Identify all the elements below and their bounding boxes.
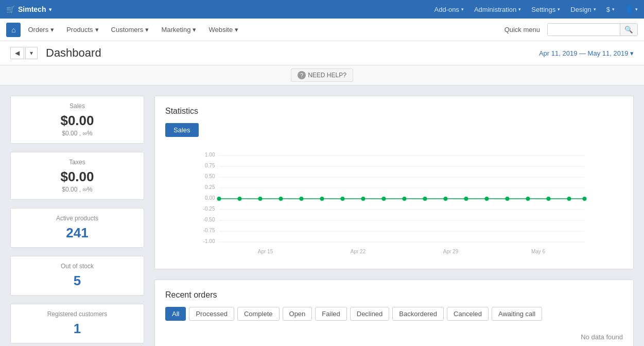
statistics-title: Statistics — [165, 107, 623, 116]
sales-value: $0.00 — [19, 113, 135, 129]
design-arrow: ▾ — [594, 7, 596, 12]
registered-customers-value: 1 — [19, 321, 135, 337]
search-button[interactable]: 🔍 — [620, 24, 637, 36]
top-nav: Add-ons ▾ Administration ▾ Settings ▾ De… — [434, 6, 638, 13]
customers-arrow: ▾ — [145, 26, 149, 33]
filter-processed[interactable]: Processed — [189, 307, 234, 321]
svg-point-31 — [444, 197, 448, 201]
svg-point-28 — [382, 197, 386, 201]
need-help-button[interactable]: ? NEED HELP? — [291, 68, 353, 82]
svg-text:-0.75: -0.75 — [203, 228, 215, 233]
svg-point-32 — [464, 197, 468, 201]
svg-text:Apr 15: Apr 15 — [258, 249, 273, 254]
question-icon: ? — [298, 71, 306, 79]
svg-point-38 — [583, 197, 587, 201]
active-products-card: Active products 241 — [10, 208, 144, 248]
home-button[interactable]: ⌂ — [6, 23, 21, 37]
out-of-stock-value: 5 — [19, 273, 135, 289]
svg-point-26 — [341, 197, 345, 201]
quick-menu-link[interactable]: Quick menu — [499, 23, 545, 37]
currency-arrow: ▾ — [612, 7, 615, 12]
svg-point-29 — [403, 197, 407, 201]
sales-card: Sales $0.00 $0.00 , ∞% — [10, 96, 144, 144]
svg-point-23 — [279, 197, 283, 201]
back-button[interactable]: ◀ — [10, 47, 24, 59]
date-range[interactable]: Apr 11, 2019 — May 11, 2019 ▾ — [539, 49, 634, 57]
filter-complete[interactable]: Complete — [237, 307, 280, 321]
svg-point-34 — [506, 197, 510, 201]
orders-arrow: ▾ — [50, 26, 54, 33]
svg-point-33 — [485, 197, 489, 201]
filter-awaiting-call[interactable]: Awaiting call — [492, 307, 542, 321]
website-menu[interactable]: Website ▾ — [203, 23, 243, 37]
addons-arrow: ▾ — [461, 7, 464, 12]
svg-text:Apr 22: Apr 22 — [351, 249, 366, 254]
dropdown-button[interactable]: ▾ — [25, 47, 38, 59]
date-arrow: ▾ — [630, 49, 634, 57]
main-content: Sales $0.00 $0.00 , ∞% Taxes $0.00 $0.00… — [0, 85, 644, 346]
user-menu[interactable]: 👤 ▾ — [625, 6, 638, 13]
registered-customers-label: Registered customers — [19, 310, 135, 318]
user-arrow: ▾ — [635, 7, 638, 12]
taxes-sub: $0.00 , ∞% — [19, 186, 135, 193]
products-arrow: ▾ — [95, 26, 99, 33]
design-menu[interactable]: Design ▾ — [570, 6, 596, 13]
orders-menu[interactable]: Orders ▾ — [23, 23, 59, 37]
search-input[interactable] — [548, 24, 620, 36]
settings-arrow: ▾ — [558, 7, 560, 12]
svg-text:1.00: 1.00 — [205, 152, 215, 158]
filter-canceled[interactable]: Canceled — [447, 307, 489, 321]
svg-point-36 — [547, 197, 551, 201]
svg-text:0.25: 0.25 — [205, 184, 215, 190]
brand[interactable]: 🛒 Simtech ▾ — [6, 5, 51, 13]
marketing-menu[interactable]: Marketing ▾ — [156, 23, 201, 37]
currency-menu[interactable]: $ ▾ — [606, 6, 615, 13]
marketing-arrow: ▾ — [193, 26, 196, 33]
sales-label: Sales — [19, 102, 135, 110]
filter-failed[interactable]: Failed — [315, 307, 346, 321]
page-header-left: ◀ ▾ Dashboard — [10, 46, 101, 60]
admin-arrow: ▾ — [518, 7, 521, 12]
cart-icon: 🛒 — [6, 5, 15, 13]
recent-orders-title: Recent orders — [165, 290, 623, 300]
filter-all[interactable]: All — [165, 307, 186, 321]
administration-menu[interactable]: Administration ▾ — [474, 6, 521, 13]
settings-menu[interactable]: Settings ▾ — [531, 6, 560, 13]
addons-menu[interactable]: Add-ons ▾ — [434, 6, 464, 13]
svg-point-25 — [320, 197, 324, 201]
need-help-bar: ? NEED HELP? — [0, 65, 644, 85]
customers-menu[interactable]: Customers ▾ — [106, 23, 154, 37]
out-of-stock-label: Out of stock — [19, 263, 135, 270]
chart-container: 1.00 0.75 0.50 0.25 0.00 -0.25 -0.50 -0.… — [165, 145, 623, 258]
nav-arrows: ◀ ▾ — [10, 47, 38, 59]
filter-declined[interactable]: Declined — [350, 307, 390, 321]
recent-orders-card: Recent orders All Processed Complete Ope… — [154, 280, 634, 346]
filter-backordered[interactable]: Backordered — [392, 307, 444, 321]
taxes-label: Taxes — [19, 159, 135, 166]
sales-sub: $0.00 , ∞% — [19, 130, 135, 137]
svg-text:0.00: 0.00 — [205, 195, 215, 201]
taxes-value: $0.00 — [19, 169, 135, 185]
right-column: Statistics Sales 1.00 0.75 0.50 0.25 0.0… — [154, 96, 634, 346]
statistics-chart: 1.00 0.75 0.50 0.25 0.00 -0.25 -0.50 -0.… — [165, 145, 623, 258]
svg-text:0.50: 0.50 — [205, 174, 215, 179]
svg-point-21 — [238, 197, 242, 201]
secondary-nav: ⌂ Orders ▾ Products ▾ Customers ▾ Market… — [0, 19, 644, 41]
taxes-card: Taxes $0.00 $0.00 , ∞% — [10, 152, 144, 200]
svg-point-27 — [361, 197, 365, 201]
svg-point-35 — [526, 197, 530, 201]
no-data-message: No data found — [165, 328, 623, 346]
out-of-stock-card: Out of stock 5 — [10, 256, 144, 296]
svg-text:Apr 29: Apr 29 — [443, 249, 459, 254]
svg-point-22 — [258, 197, 263, 201]
active-products-label: Active products — [19, 215, 135, 222]
brand-arrow: ▾ — [49, 7, 51, 12]
svg-point-30 — [423, 197, 427, 201]
registered-customers-card: Registered customers 1 — [10, 304, 144, 343]
products-menu[interactable]: Products ▾ — [61, 23, 103, 37]
filter-open[interactable]: Open — [283, 307, 312, 321]
search-box: 🔍 — [547, 23, 638, 36]
page-header: ◀ ▾ Dashboard Apr 11, 2019 — May 11, 201… — [0, 41, 644, 65]
left-column: Sales $0.00 $0.00 , ∞% Taxes $0.00 $0.00… — [10, 96, 144, 346]
sales-stats-button[interactable]: Sales — [165, 123, 199, 137]
